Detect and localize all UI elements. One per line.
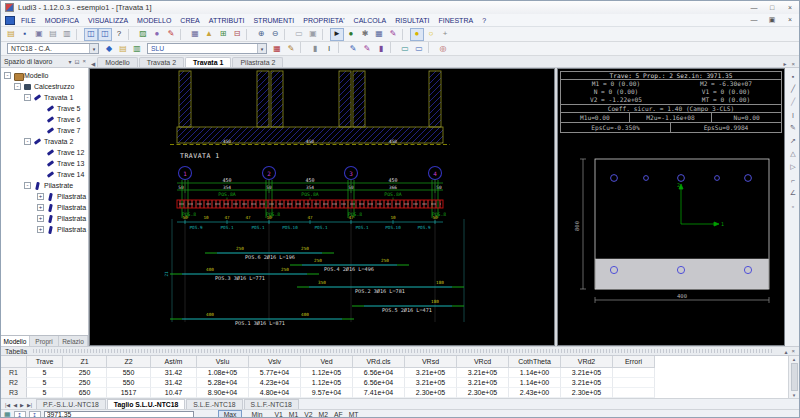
toolbar-icon[interactable]: ◎	[436, 42, 450, 55]
child-minimize-icon[interactable]: —	[749, 16, 759, 24]
toolbar-icon[interactable]: ◫	[84, 28, 98, 41]
menu-item[interactable]: CALCOLA	[354, 17, 387, 24]
pin-icon[interactable]: ⊡	[74, 58, 79, 65]
component-toggle[interactable]: AF	[331, 410, 346, 418]
toolbar-icon[interactable]: ▥	[130, 42, 144, 55]
column-header[interactable]: VRcd	[457, 356, 509, 368]
scroll-thumb[interactable]	[791, 363, 798, 391]
draw-tool-icon[interactable]: ⌐	[787, 174, 800, 186]
toolbar-icon[interactable]	[322, 29, 328, 40]
toolbar-icon[interactable]: ▨	[136, 28, 150, 41]
toolbar-icon[interactable]: ●	[344, 28, 358, 41]
menu-item[interactable]: FILE	[21, 17, 36, 24]
toolbar-icon[interactable]	[284, 29, 290, 40]
toolbar-icon[interactable]	[76, 29, 82, 40]
toolbar-icon[interactable]: ▦	[188, 28, 202, 41]
toolbar-icon[interactable]: ▤	[4, 28, 18, 41]
column-header[interactable]: VRd2	[561, 356, 613, 368]
toolbar-icon[interactable]: ✱	[358, 28, 372, 41]
sidebar-tab[interactable]: Propri	[30, 336, 59, 346]
minimize-icon[interactable]: —	[749, 4, 759, 11]
tree-expander[interactable]: -	[4, 72, 11, 79]
column-header[interactable]	[1, 356, 27, 368]
maximize-icon[interactable]: □	[767, 4, 777, 11]
load-case-select[interactable]: SLU ▾	[147, 43, 267, 54]
draw-tool-icon[interactable]: ↗	[787, 135, 800, 147]
sidebar-tab[interactable]: Relazio	[59, 336, 88, 346]
next-sheet-icon[interactable]: ▶	[20, 402, 24, 408]
goto-last-button[interactable]: ↧	[29, 411, 41, 418]
prev-sheet-icon[interactable]: ◀	[13, 402, 17, 408]
tree-expander[interactable]: -	[24, 182, 31, 189]
tab-scroll-right-icon[interactable]: ▸	[783, 60, 786, 67]
tree-expander[interactable]: -	[14, 83, 21, 90]
tree-item[interactable]: - Pilastrate	[1, 180, 88, 191]
sheet-tab[interactable]: S.L.E.-NTC18	[186, 399, 242, 409]
column-header[interactable]: Ast/m	[151, 356, 197, 368]
toolbar-icon[interactable]: ⊕	[254, 28, 268, 41]
scroll-up-icon[interactable]: ▴	[793, 356, 796, 362]
toolbar-icon[interactable]: ▮	[308, 42, 322, 55]
toolbar-icon[interactable]: ?	[112, 28, 126, 41]
tree-item[interactable]: Trave 13	[1, 158, 88, 169]
component-toggle[interactable]: V2	[301, 410, 315, 418]
toolbar-icon[interactable]: ▤	[46, 28, 60, 41]
chevron-down-icon[interactable]: ▾	[257, 44, 266, 53]
toolbar-icon[interactable]: ◆	[102, 42, 116, 55]
toolbar-icon[interactable]: ▲	[202, 28, 216, 41]
goto-first-button[interactable]: ↥	[14, 411, 26, 418]
table-row[interactable]: R1 5 250 550 31.42 1.08e+05 5.77e+04 1.1…	[1, 368, 799, 378]
tree-item[interactable]: Trave 14	[1, 169, 88, 180]
last-sheet-icon[interactable]: ▶|	[27, 402, 32, 408]
splitter-grip[interactable]	[33, 349, 774, 353]
component-toggle[interactable]: MT	[346, 410, 362, 418]
tree-item[interactable]: + Pilastrata 4	[1, 224, 88, 235]
tree-item[interactable]: Trave 12	[1, 147, 88, 158]
tree-item[interactable]: - Calcestruzzo	[1, 81, 88, 92]
toolbar-icon[interactable]	[402, 29, 408, 40]
toolbar-icon[interactable]: +	[438, 28, 452, 41]
draw-tool-icon[interactable]: ╱	[787, 96, 800, 108]
column-header[interactable]: VRd.cls	[353, 356, 405, 368]
draw-tool-icon[interactable]: ▫	[787, 200, 800, 212]
tree-expander[interactable]: +	[37, 215, 44, 222]
draw-tool-icon[interactable]: ∠	[787, 187, 800, 199]
column-header[interactable]: Ved	[301, 356, 353, 368]
sheet-tab[interactable]: S.L.F.-NTC18	[244, 399, 299, 409]
panel-close-icon[interactable]: ×	[791, 348, 795, 354]
toolbar-icon[interactable]: ▥	[60, 28, 74, 41]
first-sheet-icon[interactable]: |◀	[5, 402, 10, 408]
column-header[interactable]: Trave	[27, 356, 63, 368]
toolbar-icon[interactable]: ▭	[398, 42, 412, 55]
toolbar-icon[interactable]: ▣	[306, 28, 320, 41]
menu-item[interactable]: PROPRIETA'	[303, 17, 344, 24]
toolbar-icon[interactable]: ▪	[18, 28, 32, 41]
tree-item[interactable]: Trave 7	[1, 125, 88, 136]
document-tab[interactable]: Pilastrata 2	[232, 57, 283, 67]
sidebar-tab[interactable]: Modello	[1, 336, 30, 346]
toolbar-icon[interactable]: ⊞	[216, 28, 230, 41]
close-icon[interactable]: ×	[82, 58, 86, 64]
menu-item[interactable]: MODIFICA	[45, 17, 79, 24]
sheet-tab[interactable]: P.F.-S.L.U.-NTC18	[36, 399, 106, 409]
toolbar-icon[interactable]: ✎	[360, 42, 374, 55]
tree-item[interactable]: + Pilastrata 1	[1, 191, 88, 202]
menu-item[interactable]: ATTRIBUTI	[209, 17, 245, 24]
close-icon[interactable]: ×	[785, 4, 795, 11]
toolbar-icon[interactable]	[428, 42, 434, 53]
document-tab[interactable]: Modello	[97, 57, 138, 67]
tree-item[interactable]: + Pilastrata 3	[1, 213, 88, 224]
max-toggle-button[interactable]: Max	[218, 410, 243, 418]
tree-item[interactable]: - Travata 1	[1, 92, 88, 103]
toolbar-icon[interactable]: ⊖	[268, 28, 282, 41]
sheet-tab[interactable]: Taglio S.L.U.-NTC18	[107, 399, 185, 409]
toolbar-icon[interactable]: ●	[410, 28, 424, 41]
table-zoom-icon[interactable]: ▦	[4, 411, 11, 418]
column-header[interactable]: Vslu	[197, 356, 249, 368]
toolbar-icon[interactable]	[300, 42, 306, 53]
toolbar-icon[interactable]: ○	[424, 28, 438, 41]
toolbar-icon[interactable]	[390, 42, 396, 53]
draw-tool-icon[interactable]: △	[787, 148, 800, 160]
toolbar-icon[interactable]: ▦	[270, 42, 284, 55]
toolbar-icon[interactable]	[128, 29, 134, 40]
